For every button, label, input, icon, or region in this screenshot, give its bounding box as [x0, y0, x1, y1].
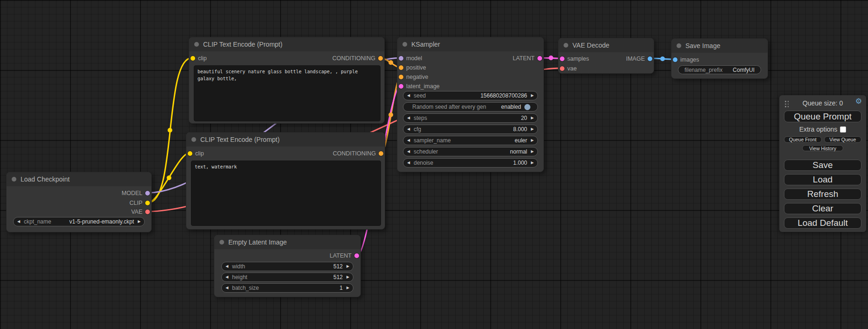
port-label-conditioning: CONDITIONING [332, 55, 375, 62]
random-seed-toggle-widget[interactable]: Random seed after every gen enabled [403, 102, 538, 112]
node-ksampler[interactable]: KSampler model positive negative latent_… [397, 37, 544, 172]
port-label-latent: LATENT [513, 55, 535, 62]
node-load-checkpoint[interactable]: Load Checkpoint MODEL CLIP VAE ◀ ckpt_na… [6, 172, 152, 232]
widget-value: 1 [339, 285, 343, 291]
port-label-vae: VAE [131, 209, 142, 215]
load-default-button[interactable]: Load Default [784, 217, 861, 229]
vae-input-dot[interactable] [560, 66, 565, 71]
decrement-arrow-icon[interactable]: ◀ [403, 91, 414, 100]
queue-front-button[interactable]: Queue Front [784, 136, 822, 143]
view-queue-button[interactable]: View Queue [824, 136, 862, 143]
node-clip-text-encode-positive[interactable]: CLIP Text Encode (Prompt) clip CONDITION… [189, 37, 385, 124]
increment-arrow-icon[interactable]: ▶ [343, 273, 353, 281]
latent-image-input-dot[interactable] [399, 84, 403, 89]
node-save-image[interactable]: Save Image images filename_prefix ComfyU… [671, 38, 768, 79]
filename-prefix-widget[interactable]: filename_prefix ComfyUI [678, 65, 761, 74]
collapse-dot-icon[interactable] [191, 137, 196, 142]
negative-prompt-textarea[interactable]: text, watermark [191, 161, 381, 226]
positive-input-dot[interactable] [399, 65, 403, 70]
ckpt-name-widget[interactable]: ◀ ckpt_name v1-5-pruned-emaonly.ckpt ▶ [13, 217, 145, 226]
view-history-button[interactable]: View History [802, 145, 843, 151]
images-input-dot[interactable] [673, 57, 677, 62]
latent-output-dot[interactable] [354, 253, 359, 258]
cfg-widget[interactable]: ◀ cfg 8.000 ▶ [403, 125, 538, 134]
steps-widget[interactable]: ◀ steps 20 ▶ [403, 113, 538, 123]
decrement-arrow-icon[interactable]: ◀ [403, 159, 414, 167]
decrement-arrow-icon[interactable]: ◀ [222, 262, 232, 271]
link-midpoint-dot[interactable] [660, 56, 665, 61]
clip-output-dot[interactable] [145, 201, 150, 205]
conditioning-output-dot[interactable] [378, 56, 383, 61]
collapse-dot-icon[interactable] [219, 240, 224, 245]
node-clip-text-encode-negative[interactable]: CLIP Text Encode (Prompt) clip CONDITION… [186, 132, 385, 230]
scheduler-widget[interactable]: ◀ scheduler normal ▶ [403, 147, 538, 156]
denoise-widget[interactable]: ◀ denoise 1.000 ▶ [403, 158, 538, 168]
node-title-bar[interactable]: Load Checkpoint [7, 172, 151, 186]
widget-value: v1-5-pruned-emaonly.ckpt [69, 218, 134, 225]
collapse-dot-icon[interactable] [12, 177, 16, 182]
increment-arrow-icon[interactable]: ▶ [527, 125, 537, 133]
port-label-vae: vae [567, 65, 577, 72]
port-label-latent: LATENT [330, 252, 352, 259]
collapse-dot-icon[interactable] [194, 42, 199, 47]
link-midpoint-dot[interactable] [168, 128, 172, 133]
node-graph-canvas[interactable]: Load Checkpoint MODEL CLIP VAE ◀ ckpt_na… [0, 0, 868, 329]
widget-value: 1.000 [513, 160, 527, 166]
extra-options-checkbox[interactable] [840, 126, 846, 133]
queue-prompt-button[interactable]: Queue Prompt [784, 111, 861, 122]
decrement-arrow-icon[interactable]: ◀ [222, 273, 232, 281]
increment-arrow-icon[interactable]: ▶ [527, 91, 537, 100]
node-title-bar[interactable]: VAE Decode [558, 38, 654, 52]
decrement-arrow-icon[interactable]: ◀ [403, 136, 414, 145]
model-output-dot[interactable] [145, 191, 150, 196]
positive-prompt-textarea[interactable]: beautiful scenery nature glass bottle la… [194, 65, 381, 121]
clear-button[interactable]: Clear [784, 203, 861, 214]
node-empty-latent-image[interactable]: Empty Latent Image LATENT ◀ width 512 ▶ … [214, 235, 361, 297]
collapse-dot-icon[interactable] [564, 43, 568, 48]
decrement-arrow-icon[interactable]: ◀ [403, 125, 414, 133]
input-row-latent-image: latent_image [397, 83, 543, 90]
increment-arrow-icon[interactable]: ▶ [134, 217, 144, 226]
increment-arrow-icon[interactable]: ▶ [527, 159, 537, 167]
increment-arrow-icon[interactable]: ▶ [343, 262, 353, 271]
load-button[interactable]: Load [784, 174, 861, 185]
height-widget[interactable]: ◀ height 512 ▶ [221, 273, 353, 282]
refresh-button[interactable]: Refresh [784, 189, 861, 200]
node-title-bar[interactable]: CLIP Text Encode (Prompt) [186, 133, 385, 147]
toggle-knob-icon[interactable] [524, 104, 530, 110]
negative-input-dot[interactable] [399, 75, 403, 79]
port-label-negative: negative [406, 74, 428, 80]
save-button[interactable]: Save [784, 160, 861, 171]
increment-arrow-icon[interactable]: ▶ [527, 114, 537, 122]
collapse-dot-icon[interactable] [677, 43, 681, 48]
node-vae-decode[interactable]: VAE Decode samples vae IMAGE [558, 38, 654, 74]
sampler-name-widget[interactable]: ◀ sampler_name euler ▶ [403, 136, 538, 145]
width-widget[interactable]: ◀ width 512 ▶ [221, 262, 353, 271]
link-midpoint-dot[interactable] [167, 175, 171, 180]
seed-widget[interactable]: ◀ seed 156680208700286 ▶ [403, 91, 538, 100]
link-midpoint-dot[interactable] [549, 56, 553, 60]
node-title-bar[interactable]: CLIP Text Encode (Prompt) [189, 37, 384, 51]
image-output-dot[interactable] [648, 56, 652, 61]
output-row-conditioning: CONDITIONING [186, 150, 385, 157]
decrement-arrow-icon[interactable]: ◀ [403, 147, 414, 156]
gear-icon[interactable]: ⚙ [855, 98, 862, 105]
increment-arrow-icon[interactable]: ▶ [527, 147, 537, 156]
node-title-bar[interactable]: KSampler [397, 37, 543, 51]
collapse-dot-icon[interactable] [402, 42, 407, 47]
decrement-arrow-icon[interactable]: ◀ [14, 217, 24, 226]
decrement-arrow-icon[interactable]: ◀ [403, 114, 414, 122]
increment-arrow-icon[interactable]: ▶ [343, 284, 353, 292]
node-title-bar[interactable]: Save Image [671, 39, 768, 53]
vae-output-dot[interactable] [145, 210, 150, 214]
latent-output-dot[interactable] [537, 56, 542, 61]
conditioning-output-dot[interactable] [379, 151, 383, 156]
widget-value: 20 [521, 115, 527, 121]
link-midpoint-dot[interactable] [388, 60, 393, 65]
batch-size-widget[interactable]: ◀ batch_size 1 ▶ [221, 283, 353, 293]
node-title: Load Checkpoint [21, 175, 70, 183]
increment-arrow-icon[interactable]: ▶ [527, 136, 537, 145]
node-title-bar[interactable]: Empty Latent Image [214, 235, 360, 249]
decrement-arrow-icon[interactable]: ◀ [222, 284, 232, 292]
link-midpoint-dot[interactable] [388, 112, 393, 117]
